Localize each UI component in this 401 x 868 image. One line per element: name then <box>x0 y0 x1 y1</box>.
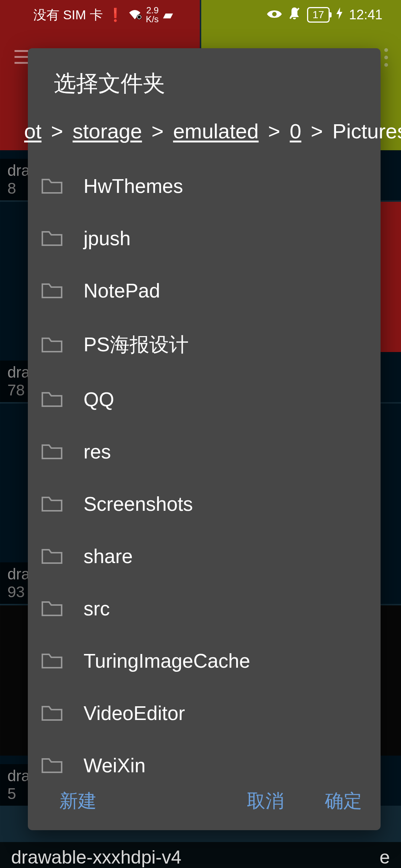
folder-icon <box>41 177 63 196</box>
notification-muted-icon <box>288 7 300 23</box>
confirm-button[interactable]: 确定 <box>325 789 362 813</box>
folder-name: src <box>84 597 110 620</box>
folder-item[interactable]: jpush <box>28 212 381 264</box>
folder-name: QQ <box>84 388 114 411</box>
folder-name: jpush <box>84 227 131 250</box>
folder-item[interactable]: res <box>28 425 381 478</box>
menu-icon[interactable]: ☰ <box>13 47 30 68</box>
more-options-icon[interactable] <box>384 48 388 67</box>
hotspot-icon: ▰ <box>163 7 173 22</box>
folder-icon <box>41 651 63 671</box>
folder-item[interactable]: QQ <box>28 373 381 425</box>
breadcrumb-segment[interactable]: emulated <box>173 119 258 143</box>
breadcrumb-current: Pictures <box>332 119 401 143</box>
breadcrumb-separator: > <box>268 119 280 143</box>
folder-item[interactable]: TuringImageCache <box>28 635 381 687</box>
folder-name: res <box>84 440 111 463</box>
clock: 12:41 <box>349 7 382 23</box>
breadcrumb-segment[interactable]: ot <box>24 119 42 143</box>
folder-item[interactable]: share <box>28 530 381 582</box>
sim-status: 没有 SIM 卡 <box>33 6 103 24</box>
battery-icon: 17 <box>307 7 330 23</box>
folder-icon <box>41 335 63 355</box>
folder-item[interactable]: src <box>28 582 381 635</box>
bottom-peek-label: drawable-xxxhdpi-v4 e <box>0 842 401 868</box>
folder-name: PS海报设计 <box>84 332 189 358</box>
charging-icon <box>336 7 342 23</box>
breadcrumb-separator: > <box>151 119 164 143</box>
folder-list[interactable]: HwThemesjpushNotePadPS海报设计QQresScreensho… <box>28 156 381 776</box>
folder-icon <box>41 281 63 300</box>
folder-picker-dialog: 选择文件夹 ot > storage > emulated > 0 > Pict… <box>28 48 381 830</box>
folder-name: Screenshots <box>84 493 193 515</box>
status-bar: 没有 SIM 卡 ❗ 2.9 K/s ▰ 17 <box>0 0 401 30</box>
folder-name: HwThemes <box>84 175 183 197</box>
alert-icon: ❗ <box>107 7 124 23</box>
folder-icon <box>41 494 63 514</box>
folder-icon <box>41 756 63 775</box>
folder-name: TuringImageCache <box>84 650 250 672</box>
folder-item[interactable]: PS海报设计 <box>28 317 381 373</box>
new-folder-button[interactable]: 新建 <box>59 789 97 813</box>
folder-name: NotePad <box>84 279 160 302</box>
dialog-title: 选择文件夹 <box>28 48 381 114</box>
folder-icon <box>41 547 63 566</box>
breadcrumb: ot > storage > emulated > 0 > Pictures <box>24 114 381 156</box>
eye-icon <box>267 7 282 23</box>
wifi-icon <box>128 7 141 22</box>
cancel-button[interactable]: 取消 <box>247 789 284 813</box>
folder-name: WeiXin <box>84 754 146 776</box>
folder-item[interactable]: WeiXin <box>28 739 381 776</box>
folder-icon <box>41 704 63 723</box>
folder-icon <box>41 229 63 248</box>
folder-icon <box>41 390 63 409</box>
folder-item[interactable]: Screenshots <box>28 478 381 530</box>
breadcrumb-segment[interactable]: storage <box>73 119 142 143</box>
folder-name: share <box>84 545 133 568</box>
breadcrumb-separator: > <box>51 119 63 143</box>
folder-icon <box>41 599 63 618</box>
folder-item[interactable]: NotePad <box>28 264 381 317</box>
dialog-actions: 新建 取消 确定 <box>28 776 381 830</box>
folder-name: VideoEditor <box>84 702 185 724</box>
breadcrumb-separator: > <box>311 119 323 143</box>
folder-item[interactable]: VideoEditor <box>28 687 381 739</box>
breadcrumb-segment[interactable]: 0 <box>290 119 301 143</box>
folder-icon <box>41 442 63 461</box>
folder-item[interactable]: HwThemes <box>28 160 381 212</box>
network-speed: 2.9 K/s <box>146 6 159 24</box>
